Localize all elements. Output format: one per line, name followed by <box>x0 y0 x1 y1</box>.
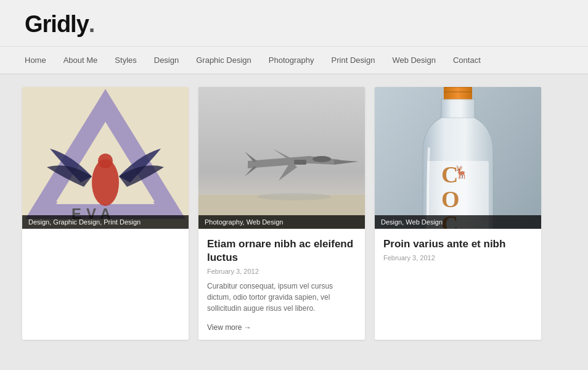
card-1-image: EVA <box>22 87 189 229</box>
card-3-image-container: C O C O 🦌 Design, Web Design <box>375 87 541 229</box>
card-2-text: Curabitur consequat, ipsum vel cursus di… <box>207 281 356 314</box>
card-3-body: Proin varius ante et nibh February 3, 20… <box>375 229 541 274</box>
header: Gridly . <box>0 0 588 47</box>
card-2-image <box>198 87 365 229</box>
card-3: C O C O 🦌 Design, Web Design Proin variu… <box>375 87 541 340</box>
svg-point-8 <box>312 156 331 162</box>
nav-about[interactable]: About Me <box>55 53 107 67</box>
svg-rect-15 <box>441 99 475 118</box>
card-2-tag: Photography, Web Design <box>198 215 365 229</box>
nav-graphic-design[interactable]: Graphic Design <box>187 53 260 67</box>
card-3-title: Proin varius ante et nibh <box>383 237 533 251</box>
nav-contact[interactable]: Contact <box>444 53 489 67</box>
card-1-image-container: EVA Design, Graphic Design, Print Design <box>22 87 189 229</box>
card-2-image-container: Photography, Web Design <box>198 87 365 229</box>
nav: Home About Me Styles Design Graphic Desi… <box>0 47 588 75</box>
svg-point-10 <box>257 193 331 200</box>
nav-design[interactable]: Design <box>145 53 187 67</box>
card-3-image: C O C O 🦌 <box>375 87 541 229</box>
nav-styles[interactable]: Styles <box>106 53 145 67</box>
nav-web-design[interactable]: Web Design <box>383 53 444 67</box>
card-1-tag: Design, Graphic Design, Print Design <box>22 215 189 229</box>
svg-point-4 <box>98 154 113 168</box>
nav-print-design[interactable]: Print Design <box>323 53 384 67</box>
card-1: EVA Design, Graphic Design, Print Design <box>22 87 189 340</box>
card-3-date: February 3, 2012 <box>383 254 533 261</box>
card-2: Photography, Web Design Etiam ornare nib… <box>198 87 365 340</box>
card-2-date: February 3, 2012 <box>207 268 356 275</box>
svg-text:🦌: 🦌 <box>454 165 469 179</box>
logo-dot: . <box>89 11 96 38</box>
card-2-title: Etiam ornare nibh ac eleifend luctus <box>207 237 356 265</box>
logo-text: Gridly <box>25 11 89 38</box>
nav-photography[interactable]: Photography <box>260 53 323 67</box>
svg-rect-9 <box>294 160 306 165</box>
card-2-link[interactable]: View more → <box>207 323 251 332</box>
card-3-tag: Design, Web Design <box>375 215 541 229</box>
logo: Gridly . <box>25 11 563 38</box>
svg-text:O: O <box>441 186 460 212</box>
card-2-body: Etiam ornare nibh ac eleifend luctus Feb… <box>198 229 365 340</box>
main-grid: EVA Design, Graphic Design, Print Design <box>0 75 588 352</box>
svg-rect-12 <box>444 87 472 101</box>
nav-home[interactable]: Home <box>25 53 55 67</box>
